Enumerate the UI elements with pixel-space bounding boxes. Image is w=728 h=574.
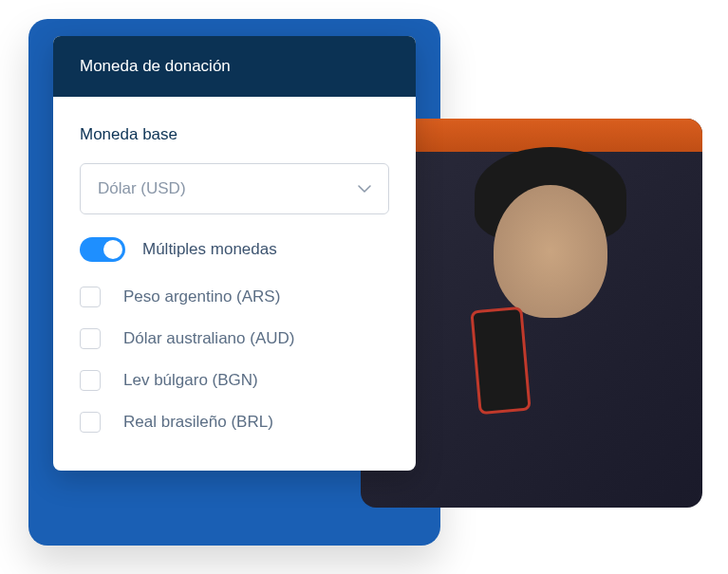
multiple-currencies-toggle[interactable] xyxy=(80,237,125,262)
currency-item: Lev búlgaro (BGN) xyxy=(80,370,389,391)
currency-checkbox-bgn[interactable] xyxy=(80,370,101,391)
currency-label: Real brasileño (BRL) xyxy=(123,413,273,432)
currency-label: Dólar australiano (AUD) xyxy=(123,329,294,348)
currency-checkbox-brl[interactable] xyxy=(80,412,101,433)
currency-item: Real brasileño (BRL) xyxy=(80,412,389,433)
currency-item: Dólar australiano (AUD) xyxy=(80,328,389,349)
currency-item: Peso argentino (ARS) xyxy=(80,287,389,307)
selected-currency-value: Dólar (USD) xyxy=(98,179,186,198)
card-title: Moneda de donación xyxy=(53,36,416,97)
base-currency-label: Moneda base xyxy=(80,125,389,144)
currency-label: Peso argentino (ARS) xyxy=(123,287,280,306)
currency-label: Lev búlgaro (BGN) xyxy=(123,371,258,390)
currency-checkbox-ars[interactable] xyxy=(80,287,101,307)
donation-currency-card: Moneda de donación Moneda base Dólar (US… xyxy=(53,36,416,471)
base-currency-select[interactable]: Dólar (USD) xyxy=(80,163,389,214)
toggle-knob xyxy=(103,240,122,259)
currency-checkbox-aud[interactable] xyxy=(80,328,101,349)
multiple-currencies-label: Múltiples monedas xyxy=(142,240,277,259)
currency-list: Peso argentino (ARS) Dólar australiano (… xyxy=(80,287,389,433)
chevron-down-icon xyxy=(358,182,371,195)
